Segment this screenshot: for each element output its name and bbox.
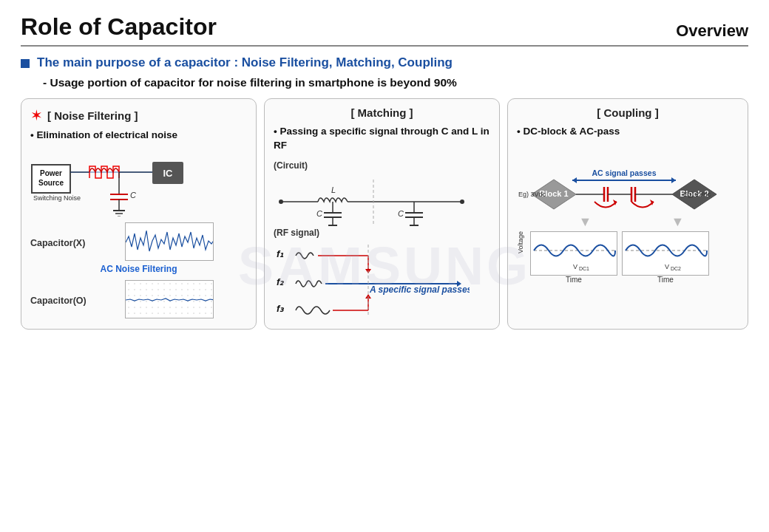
svg-point-27 (460, 200, 464, 204)
capacitor-o-waveform (125, 280, 214, 318)
columns-container: ✶ [ Noise Filtering ] • Elimination of e… (21, 98, 748, 330)
voltage-graph-2: V DC2 (622, 231, 709, 276)
voltage-graphs-row: Voltage V DC1 (517, 231, 739, 284)
noise-col-header-row: ✶ [ Noise Filtering ] (30, 106, 247, 124)
svg-text:f₃: f₃ (277, 303, 285, 314)
capacitor-o-row: Capacitor(O) (30, 279, 247, 320)
svg-marker-69 (572, 177, 577, 183)
header: Role of Capacitor Overview (21, 13, 748, 47)
rf-signal-svg: f₁ f₂ f₃ (274, 241, 470, 315)
coupling-block-svg: Block 1 Block 2 (517, 146, 739, 213)
down-arrows: ▼ ▼ (517, 214, 739, 230)
svg-text:C: C (130, 191, 136, 200)
svg-text:Switching Noise: Switching Noise (33, 194, 81, 202)
capacitor-x-waveform (125, 222, 214, 261)
matching-col-desc: • Passing a specific signal through C an… (274, 125, 490, 153)
svg-text:f₁: f₁ (277, 248, 284, 259)
svg-text:DC1: DC1 (579, 266, 589, 271)
svg-text:Source: Source (38, 179, 64, 187)
svg-text:C: C (316, 209, 322, 218)
noise-filtering-column: ✶ [ Noise Filtering ] • Elimination of e… (21, 98, 257, 330)
voltage-axis-container: Voltage (517, 231, 526, 253)
voltage-graph-1-container: V DC1 Time (530, 231, 617, 284)
down-arrow-left-icon: ▼ (579, 214, 592, 230)
time-label-2: Time (622, 276, 709, 284)
svg-text:IC: IC (163, 168, 174, 179)
circuit-label: (Circuit) (274, 160, 490, 171)
noise-col-header: [ Noise Filtering ] (47, 109, 138, 122)
rf-signal-label: (RF signal) (274, 228, 490, 238)
capacitor-x-label: Capacitor(X) (30, 238, 85, 248)
svg-text:DC2: DC2 (671, 266, 681, 271)
svg-text:AC signal passes: AC signal passes (592, 168, 657, 177)
svg-text:Eg) 3Vdc: Eg) 3Vdc (518, 191, 546, 198)
page-title: Role of Capacitor (21, 13, 217, 41)
down-arrow-right-icon: ▼ (671, 214, 685, 230)
svg-text:V: V (573, 263, 577, 270)
matching-column: [ Matching ] • Passing a specific signal… (264, 98, 500, 330)
svg-text:Power: Power (40, 169, 62, 177)
voltage-graph-2-container: V DC2 Time (622, 231, 709, 284)
bullet-square-icon (21, 59, 30, 68)
svg-marker-70 (671, 177, 676, 183)
svg-text:C: C (398, 209, 404, 218)
voltage-axis-label: Voltage (517, 231, 524, 253)
section-label: Overview (676, 21, 748, 41)
noise-circuit-svg: Power Source IC (30, 150, 230, 216)
svg-text:V: V (665, 263, 669, 270)
coupling-col-desc: • DC-block & AC-pass (517, 125, 739, 139)
svg-text:L: L (331, 185, 336, 194)
main-bullet-row: The main purpose of a capacitor : Noise … (21, 55, 748, 70)
svg-text:A specific signal passes: A specific signal passes (369, 284, 470, 295)
coupling-column: [ Coupling ] • DC-block & AC-pass Block … (507, 98, 748, 330)
coupling-col-header: [ Coupling ] (517, 106, 739, 119)
svg-text:Eg) 2Vdc: Eg) 2Vdc (683, 191, 711, 198)
voltage-graph-1: V DC1 (530, 231, 617, 276)
matching-circuit-svg: L C C (274, 172, 470, 228)
capacitor-x-row: Capacitor(X) (30, 221, 247, 262)
sub-bullet-text: Usage portion of capacitor for noise fil… (43, 76, 748, 89)
main-bullet-text: The main purpose of a capacitor : Noise … (37, 55, 453, 70)
capacitor-o-label: Capacitor(O) (30, 296, 87, 306)
noise-star-icon: ✶ (30, 106, 43, 124)
noise-col-desc: • Elimination of electrical noise (30, 129, 247, 143)
page: SAMSUNG Role of Capacitor Overview The m… (0, 0, 769, 532)
matching-col-header: [ Matching ] (274, 106, 490, 119)
ac-noise-label: AC Noise Filtering (30, 264, 247, 274)
svg-text:f₂: f₂ (277, 276, 285, 287)
time-label-1: Time (530, 276, 617, 284)
